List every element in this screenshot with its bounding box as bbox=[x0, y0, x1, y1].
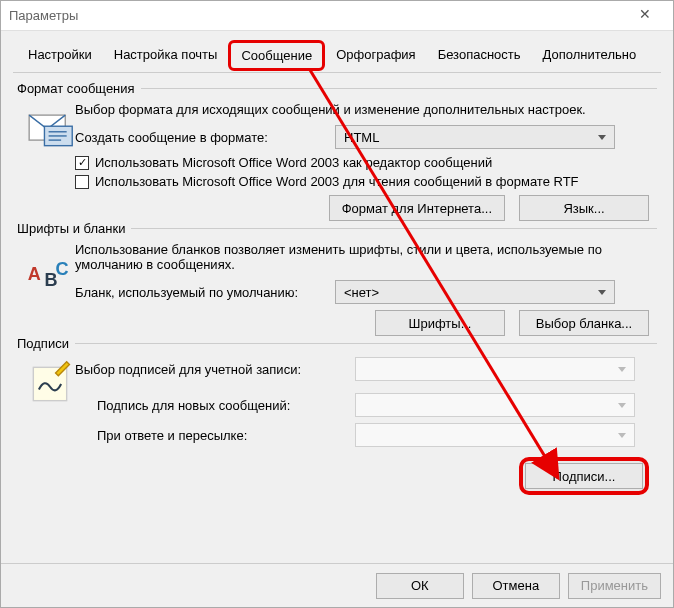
titlebar: Параметры ✕ bbox=[1, 1, 673, 31]
checkbox-icon-checked: ✓ bbox=[75, 156, 89, 170]
sig-account-label: Выбор подписей для учетной записи: bbox=[75, 362, 355, 377]
mail-format-icon bbox=[25, 102, 75, 157]
divider bbox=[141, 88, 657, 89]
close-icon[interactable]: ✕ bbox=[625, 6, 665, 26]
tab-spelling[interactable]: Орфография bbox=[325, 41, 426, 72]
group-format: Формат сообщения bbox=[17, 81, 657, 96]
tab-mail-setup[interactable]: Настройка почты bbox=[103, 41, 229, 72]
sig-account-select[interactable] bbox=[355, 357, 635, 381]
signatures-button[interactable]: Подписи... bbox=[519, 457, 649, 495]
fonts-button[interactable]: Шрифты... bbox=[375, 310, 505, 336]
dialog-footer: ОК Отмена Применить bbox=[1, 563, 673, 607]
tab-panel: Формат сообщения Выбор формата для исход… bbox=[13, 73, 661, 563]
tab-security[interactable]: Безопасность bbox=[427, 41, 532, 72]
tab-settings[interactable]: Настройки bbox=[17, 41, 103, 72]
tab-bar: Настройки Настройка почты Сообщение Орфо… bbox=[13, 41, 661, 73]
checkbox-word-reader[interactable]: Использовать Microsoft Office Word 2003 … bbox=[75, 174, 657, 189]
svg-text:C: C bbox=[56, 259, 69, 279]
group-signatures: Подписи bbox=[17, 336, 657, 351]
svg-text:A: A bbox=[28, 264, 41, 284]
cancel-button[interactable]: Отмена bbox=[472, 573, 560, 599]
apply-button[interactable]: Применить bbox=[568, 573, 661, 599]
format-desc: Выбор формата для исходящих сообщений и … bbox=[75, 102, 657, 117]
create-format-label: Создать сообщение в формате: bbox=[75, 130, 335, 145]
ok-button[interactable]: ОК bbox=[376, 573, 464, 599]
window-title: Параметры bbox=[9, 8, 625, 23]
language-button[interactable]: Язык... bbox=[519, 195, 649, 221]
tab-message[interactable]: Сообщение bbox=[228, 40, 325, 71]
group-format-label: Формат сообщения bbox=[17, 81, 135, 96]
fonts-icon: ABC bbox=[25, 242, 75, 297]
sig-new-select[interactable] bbox=[355, 393, 635, 417]
checkbox-word-reader-label: Использовать Microsoft Office Word 2003 … bbox=[95, 174, 579, 189]
group-fonts: Шрифты и бланки bbox=[17, 221, 657, 236]
sig-new-label: Подпись для новых сообщений: bbox=[75, 398, 355, 413]
checkbox-word-editor-label: Использовать Microsoft Office Word 2003 … bbox=[95, 155, 492, 170]
create-format-select[interactable]: HTML bbox=[335, 125, 615, 149]
internet-format-button[interactable]: Формат для Интернета... bbox=[329, 195, 505, 221]
divider bbox=[131, 228, 657, 229]
signature-icon bbox=[25, 357, 75, 412]
group-signatures-label: Подписи bbox=[17, 336, 69, 351]
fonts-desc: Использование бланков позволяет изменить… bbox=[75, 242, 657, 272]
blank-select[interactable]: <нет> bbox=[335, 280, 615, 304]
group-fonts-label: Шрифты и бланки bbox=[17, 221, 125, 236]
checkbox-icon-unchecked bbox=[75, 175, 89, 189]
checkbox-word-editor[interactable]: ✓ Использовать Microsoft Office Word 200… bbox=[75, 155, 657, 170]
blank-select-button[interactable]: Выбор бланка... bbox=[519, 310, 649, 336]
dialog-window: Параметры ✕ Настройки Настройка почты Со… bbox=[0, 0, 674, 608]
tab-other[interactable]: Дополнительно bbox=[532, 41, 648, 72]
divider bbox=[75, 343, 657, 344]
sig-reply-select[interactable] bbox=[355, 423, 635, 447]
sig-reply-label: При ответе и пересылке: bbox=[75, 428, 355, 443]
content-area: Настройки Настройка почты Сообщение Орфо… bbox=[1, 31, 673, 563]
blank-label: Бланк, используемый по умолчанию: bbox=[75, 285, 335, 300]
